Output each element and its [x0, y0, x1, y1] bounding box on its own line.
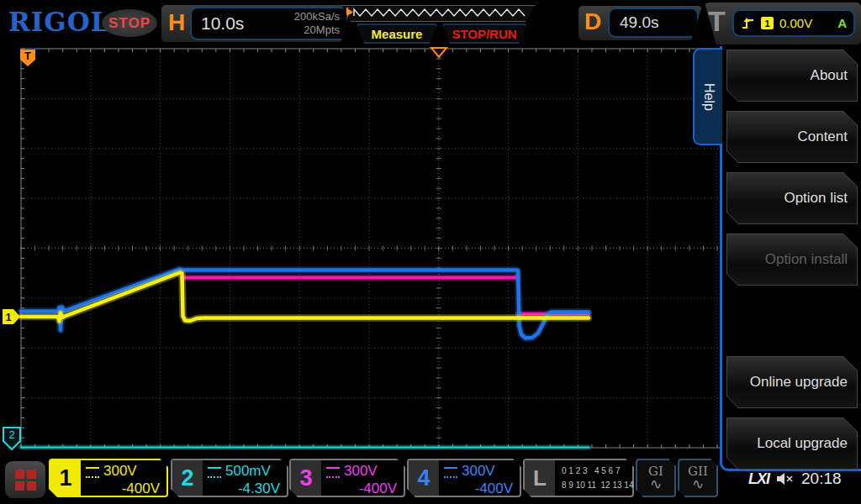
- channel-1-number: 1: [50, 460, 81, 496]
- rigol-logo: RIGOL: [8, 7, 110, 37]
- channel-2-number: 2: [172, 460, 203, 496]
- menu-label: Local upgrade: [757, 435, 857, 452]
- menu-button-option-install: Option install: [726, 234, 858, 286]
- stop-run-button[interactable]: STOP/RUN: [442, 24, 526, 44]
- logic-analyzer-box[interactable]: L 0 1 2 3 4 5 6 7 8 9 10 11 12 13 14 15: [523, 459, 634, 497]
- dc-coupling-icon: [326, 467, 340, 478]
- channel-3-box[interactable]: 3 300V -400V: [289, 459, 405, 497]
- logic-analyzer-label: L: [525, 460, 555, 496]
- memory-waveform-icon: [342, 6, 534, 21]
- dc-coupling-icon: [86, 467, 99, 478]
- clock: 20:18: [801, 470, 842, 488]
- oscilloscope-screen: T12 RIGOL STOP H 10.0s 200kSa/s 20Mpts M…: [0, 0, 861, 504]
- menu-button-online-upgrade[interactable]: Online upgrade: [726, 356, 858, 408]
- channel-3-number: 3: [291, 460, 321, 496]
- delay-box: 49.0s: [608, 8, 699, 38]
- horizontal-timebase-group[interactable]: H 10.0s 200kSa/s 20Mpts: [161, 5, 351, 42]
- memory-depth: 20Mpts: [294, 24, 340, 37]
- menu-button-option-list[interactable]: Option list: [726, 172, 858, 224]
- channel-4-scale: 300V: [462, 463, 495, 480]
- lxi-logo: LXI: [748, 470, 769, 488]
- dc-coupling-icon: [444, 467, 457, 478]
- top-status-bar: RIGOL STOP H 10.0s 200kSa/s 20Mpts Measu…: [0, 0, 861, 46]
- channel-4-number: 4: [409, 460, 439, 496]
- acquisition-info: 200kSa/s 20Mpts: [294, 10, 340, 37]
- channel-4-box[interactable]: 4 300V -400V: [407, 459, 521, 497]
- channel-1-offset: -400V: [86, 480, 160, 497]
- horizontal-label: H: [168, 9, 185, 36]
- svg-text:1: 1: [6, 312, 12, 323]
- speaker-muted-icon: [776, 472, 795, 486]
- menu-label: Online upgrade: [750, 374, 857, 391]
- menu-label: Content: [797, 129, 857, 145]
- menu-label: Option install: [765, 251, 857, 268]
- menu-title: Help: [701, 83, 716, 111]
- run-status-badge: STOP: [102, 9, 157, 37]
- menu-title-tab: Help: [693, 48, 722, 145]
- timebase-value: 10.0s: [201, 13, 244, 34]
- channel-2-box[interactable]: 2 500mV -4.30V: [171, 459, 288, 497]
- trigger-mode: A: [837, 16, 847, 30]
- waveform-display: T12: [0, 0, 721, 504]
- menu-label: Option list: [784, 190, 857, 207]
- measure-button[interactable]: Measure: [357, 24, 437, 44]
- delay-value: 49.0s: [620, 13, 658, 32]
- timebase-box: 10.0s 200kSa/s 20Mpts: [190, 7, 348, 40]
- menu-button-about[interactable]: About: [726, 50, 858, 102]
- channel-3-offset: -400V: [326, 480, 397, 497]
- menu-grid-icon[interactable]: [5, 461, 45, 498]
- channel-3-scale: 300V: [344, 463, 378, 480]
- channel-1-box[interactable]: 1 300V -400V: [49, 459, 168, 497]
- memory-position-bar: [341, 5, 535, 22]
- sine-wave-icon: ∿: [692, 478, 704, 491]
- channel-2-scale: 500mV: [225, 463, 271, 480]
- rising-edge-trigger-icon: [741, 17, 755, 30]
- sine-wave-icon: ∿: [650, 478, 662, 491]
- dc-coupling-icon: [208, 467, 221, 478]
- menu-button-content[interactable]: Content: [726, 111, 858, 163]
- menu-label: About: [811, 67, 857, 84]
- channel-1-scale: 300V: [103, 463, 137, 480]
- trigger-source-badge: 1: [761, 17, 774, 29]
- channel-2-offset: -4.30V: [208, 480, 280, 497]
- menu-button-local-upgrade[interactable]: Local upgrade: [726, 417, 858, 470]
- source-2-button[interactable]: GII ∿: [678, 459, 718, 497]
- logic-channel-numbers: 0 1 2 3 4 5 6 7 8 9 10 11 12 13 14 15: [555, 460, 648, 496]
- svg-text:2: 2: [8, 428, 14, 441]
- sample-rate: 200kSa/s: [294, 10, 340, 24]
- source-1-button[interactable]: GI ∿: [636, 459, 676, 497]
- svg-text:T: T: [24, 50, 31, 62]
- trigger-label: T: [708, 5, 726, 38]
- channel-4-offset: -400V: [444, 480, 513, 497]
- trigger-level: 0.00V: [779, 16, 832, 30]
- delay-group[interactable]: D 49.0s: [578, 6, 702, 40]
- trigger-box: 1 0.00V A: [732, 9, 855, 37]
- trigger-group[interactable]: T 1 0.00V A: [705, 3, 861, 45]
- delay-label: D: [584, 8, 601, 35]
